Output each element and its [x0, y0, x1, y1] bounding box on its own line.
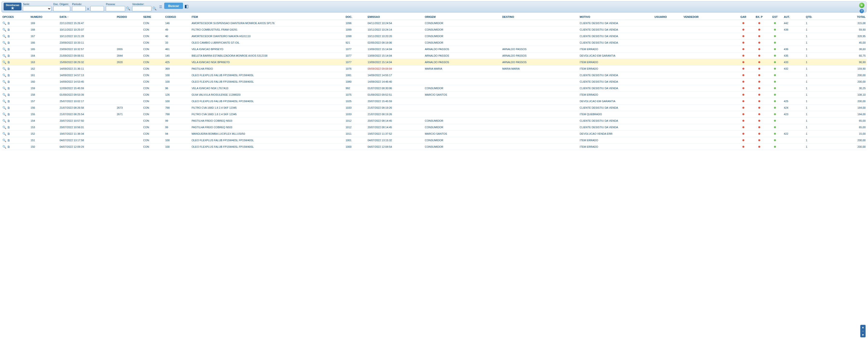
row-doc-icon[interactable]: 🗎 [7, 34, 10, 38]
row-view-icon[interactable]: 🔍 [2, 41, 6, 44]
cell-serie: CON [142, 46, 164, 53]
col-opcoes[interactable]: OPCOES [1, 14, 30, 20]
table-row[interactable]: 🔍🗎16523/09/2022 10:32:572855CON461VELA I… [1, 46, 867, 53]
col-numero[interactable]: NUMERO [30, 14, 59, 20]
table-row[interactable]: 🔍🗎16710/11/2022 10:21:28CON40AMORTECEDOR… [1, 33, 867, 39]
table-row[interactable]: 🔍🗎16623/09/2022 10:33:11CON33OLEO CAMBIO… [1, 39, 867, 46]
col-total[interactable]: TOTAL [827, 14, 867, 20]
cell-emissao: 01/07/2022 08:30:06 [367, 85, 424, 92]
row-doc-icon[interactable]: 🗎 [7, 112, 10, 116]
row-view-icon[interactable]: 🔍 [2, 145, 6, 149]
table-row[interactable]: 🔍🗎15104/07/2022 13:17:58CON100OLEO FLEXP… [1, 137, 867, 144]
row-doc-icon[interactable]: 🗎 [7, 28, 10, 32]
row-doc-icon[interactable]: 🗎 [7, 67, 10, 71]
table-row[interactable]: 🔍🗎15725/07/2022 10:02:17CON100OLEO FLEXP… [1, 98, 867, 104]
table-row[interactable]: 🔍🗎15621/07/2022 08:26:582673CON788FILTRO… [1, 104, 867, 111]
advanced-filter-icon[interactable]: ☰ [158, 5, 163, 9]
table-row[interactable]: 🔍🗎16315/09/2022 08:29:322820CON425VELA I… [1, 59, 867, 66]
col-gar[interactable]: GAR [735, 14, 751, 20]
col-item[interactable]: ITEM [191, 14, 345, 20]
row-doc-icon[interactable]: 🗎 [7, 99, 10, 103]
cell-emissao: 04/11/2022 10:24:54 [367, 20, 424, 27]
table-row[interactable]: 🔍🗎15801/09/2022 09:53:39CON126GUIA VALVU… [1, 92, 867, 98]
row-view-icon[interactable]: 🔍 [2, 125, 6, 129]
row-doc-icon[interactable]: 🗎 [7, 106, 10, 109]
row-view-icon[interactable]: 🔍 [2, 47, 6, 51]
row-doc-icon[interactable]: 🗎 [7, 86, 10, 90]
serie-select[interactable] [23, 6, 51, 11]
pessoa-lookup-icon[interactable]: 🔍 [126, 6, 130, 10]
row-doc-icon[interactable]: 🗎 [7, 54, 10, 58]
row-view-icon[interactable]: 🔍 [2, 132, 6, 136]
col-bxp[interactable]: BX. P [751, 14, 767, 20]
col-emissao[interactable]: EMISSAO [367, 14, 424, 20]
buscar-button[interactable]: Buscar [164, 3, 183, 9]
table-row[interactable]: 🔍🗎16810/11/2022 10:25:07CON49FILTRO COMB… [1, 27, 867, 33]
cell-motivo: DEVOLUCAO EM GARANTIA [579, 53, 653, 59]
table-row[interactable]: 🔍🗎16421/09/2022 09:06:512844CON145BIELET… [1, 53, 867, 59]
table-row[interactable]: 🔍🗎15420/07/2022 10:57:50CON99PASTILHA FR… [1, 118, 867, 124]
table-row[interactable]: 🔍🗎15320/07/2022 10:56:01CON99PASTILHA FR… [1, 124, 867, 131]
vendedor-input[interactable] [132, 6, 151, 11]
row-view-icon[interactable]: 🔍 [2, 60, 6, 64]
col-pedido[interactable]: PEDIDO [116, 14, 142, 20]
row-doc-icon[interactable]: 🗎 [7, 138, 10, 142]
row-doc-icon[interactable]: 🗎 [7, 93, 10, 97]
col-codigo[interactable]: CODIGO [164, 14, 190, 20]
table-row[interactable]: 🔍🗎16214/09/2022 21:36:11CON369PASTILHA F… [1, 66, 867, 72]
col-origem[interactable]: ORIGEM [424, 14, 501, 20]
table-row[interactable]: 🔍🗎15912/09/2022 15:45:59CON96VELA IGNICA… [1, 85, 867, 92]
row-view-icon[interactable]: 🔍 [2, 54, 6, 58]
row-view-icon[interactable]: 🔍 [2, 106, 6, 109]
row-view-icon[interactable]: 🔍 [2, 34, 6, 38]
col-motivo[interactable]: MOTIVO [579, 14, 653, 20]
row-doc-icon[interactable]: 🗎 [7, 119, 10, 123]
row-view-icon[interactable]: 🔍 [2, 28, 6, 32]
help-button[interactable]: ? [860, 9, 864, 13]
col-vendedor[interactable]: VENDEDOR [683, 14, 735, 20]
table-row[interactable]: 🔍🗎15521/07/2022 08:25:542671CON788FILTRO… [1, 111, 867, 118]
table-row[interactable]: 🔍🗎16014/09/2022 14:53:45CON100OLEO FLEXP… [1, 78, 867, 85]
col-qtd[interactable]: QTD. [805, 14, 827, 20]
add-button[interactable]: + [859, 3, 864, 8]
col-doc[interactable]: DOC. [345, 14, 367, 20]
table-row[interactable]: 🔍🗎16922/11/2022 15:26:47CON146AMORTECEDO… [1, 20, 867, 27]
star-icon[interactable]: ★ [4, 6, 21, 10]
row-view-icon[interactable]: 🔍 [2, 93, 6, 97]
row-doc-icon[interactable]: 🗎 [7, 132, 10, 136]
row-doc-icon[interactable]: 🗎 [7, 41, 10, 44]
row-view-icon[interactable]: 🔍 [2, 112, 6, 116]
row-doc-icon[interactable]: 🗎 [7, 47, 10, 51]
clear-icon[interactable]: ◧ [184, 4, 189, 9]
row-view-icon[interactable]: 🔍 [2, 99, 6, 103]
periodo-from-input[interactable] [72, 6, 86, 11]
col-usuario[interactable]: USUARIO [654, 14, 683, 20]
row-view-icon[interactable]: 🔍 [2, 86, 6, 90]
row-view-icon[interactable]: 🔍 [2, 138, 6, 142]
col-aut[interactable]: AUT. [783, 14, 805, 20]
col-destino[interactable]: DESTINO [501, 14, 579, 20]
row-doc-icon[interactable]: 🗎 [7, 145, 10, 149]
doc-origem-input[interactable] [53, 6, 70, 11]
row-view-icon[interactable]: 🔍 [2, 80, 6, 84]
row-view-icon[interactable]: 🔍 [2, 73, 6, 77]
row-view-icon[interactable]: 🔍 [2, 119, 6, 123]
row-view-icon[interactable]: 🔍 [2, 67, 6, 71]
periodo-to-input[interactable] [90, 6, 104, 11]
table-row[interactable]: 🔍🗎15004/07/2022 12:09:29CON100OLEO FLEXP… [1, 144, 867, 150]
row-doc-icon[interactable]: 🗎 [7, 73, 10, 77]
col-data[interactable]: DATA ↑ [59, 14, 116, 20]
table-row[interactable]: 🔍🗎15219/07/2022 11:38:34CON94MANGUEIRA B… [1, 131, 867, 137]
col-est[interactable]: EST [767, 14, 783, 20]
vendedor-lookup-icon[interactable]: 🔍 [152, 6, 156, 10]
pessoa-input[interactable] [106, 6, 125, 11]
cell-est [767, 66, 783, 72]
table-row[interactable]: 🔍🗎16114/09/2022 14:57:13CON100OLEO FLEXP… [1, 72, 867, 78]
est-status-icon [774, 107, 776, 109]
row-doc-icon[interactable]: 🗎 [7, 125, 10, 129]
row-doc-icon[interactable]: 🗎 [7, 21, 10, 25]
col-serie[interactable]: SERIE [142, 14, 164, 20]
row-doc-icon[interactable]: 🗎 [7, 80, 10, 84]
row-view-icon[interactable]: 🔍 [2, 21, 6, 25]
row-doc-icon[interactable]: 🗎 [7, 60, 10, 64]
